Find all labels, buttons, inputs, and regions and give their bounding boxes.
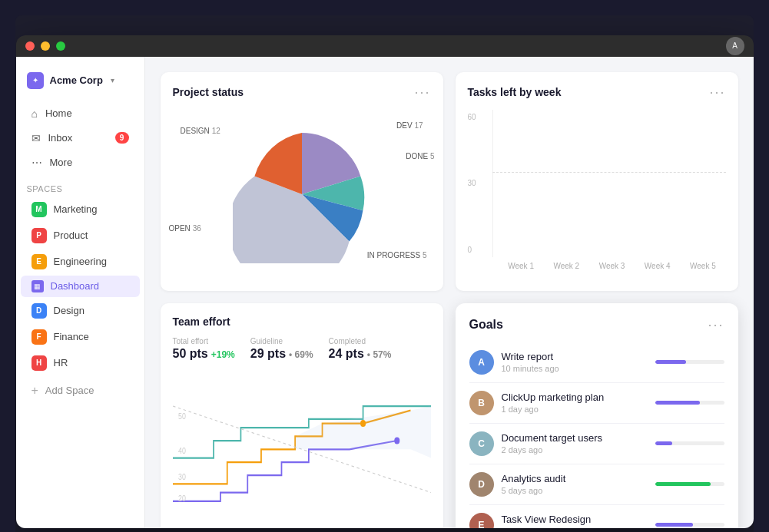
inbox-label: Inbox	[48, 132, 73, 144]
product-label: Product	[54, 230, 88, 241]
goal-time-2: 2 days ago	[502, 445, 648, 454]
workspace-icon: ✦	[27, 72, 44, 89]
sidebar-item-more[interactable]: ⋯ More	[21, 151, 140, 174]
total-effort-value: 50 pts	[173, 347, 208, 361]
dot-guideline	[360, 420, 366, 427]
add-space-button[interactable]: + Add Space	[21, 379, 140, 402]
tasks-menu[interactable]: ···	[709, 84, 725, 101]
marketing-label: Marketing	[54, 203, 98, 215]
total-effort-change: +19%	[211, 349, 235, 360]
goal-bar-1	[655, 401, 701, 405]
avatar-4: E	[469, 513, 494, 528]
sidebar-item-dashboard[interactable]: ▦ Dashboard	[21, 276, 140, 297]
pie-chart-svg	[233, 125, 371, 263]
goals-menu[interactable]: ···	[708, 317, 724, 333]
total-effort-stat: Total effort 50 pts +19%	[173, 337, 235, 361]
x-label-w5: Week 5	[680, 262, 725, 270]
chevron-down-icon: ▾	[111, 76, 114, 84]
guideline-value: 29 pts	[250, 347, 286, 361]
engineering-icon: E	[31, 254, 47, 269]
y-line-40: 40	[178, 445, 186, 454]
team-effort-card: Team effort Total effort 50 pts +19% Gui…	[161, 303, 443, 528]
sidebar-item-product[interactable]: P Product	[21, 223, 140, 248]
spaces-section-label: Spaces	[16, 175, 144, 197]
close-button[interactable]	[25, 41, 35, 51]
goal-progress-4	[655, 523, 724, 527]
sidebar-item-marketing[interactable]: M Marketing	[21, 197, 140, 222]
goal-progress-1	[655, 401, 724, 405]
goal-info-1: ClickUp marketing plan 1 day ago	[502, 392, 648, 414]
sidebar-item-home[interactable]: ⌂ Home	[21, 102, 140, 125]
y-axis: 0 30 60	[468, 110, 476, 257]
completed-value: 24 pts	[329, 347, 364, 361]
y-line-50: 50	[178, 411, 186, 420]
project-status-menu[interactable]: ···	[414, 84, 430, 101]
goal-item-1: B ClickUp marketing plan 1 day ago	[469, 383, 724, 424]
dashboard-icon: ▦	[31, 280, 44, 292]
y-line-30: 30	[178, 471, 186, 481]
inbox-badge: 9	[115, 132, 129, 144]
pie-label-open: OPEN 36	[169, 224, 201, 233]
sidebar-item-finance[interactable]: F Finance	[21, 325, 140, 349]
goal-info-4: Task View Redesign 14 days ago	[502, 514, 648, 528]
workspace-selector[interactable]: ✦ Acme Corp ▾	[16, 66, 144, 95]
pie-label-design: DESIGN 12	[181, 127, 220, 135]
inbox-icon: ✉	[31, 132, 41, 144]
y-label-0: 0	[468, 246, 476, 254]
goal-name-3: Analytics audit	[502, 473, 648, 484]
x-label-w2: Week 2	[544, 262, 589, 270]
avatar-3: D	[469, 472, 494, 497]
goal-item-2: C Document target users 2 days ago	[469, 424, 724, 464]
completed-stat: Completed 24 pts • 57%	[329, 337, 392, 361]
marketing-icon: M	[31, 202, 47, 217]
finance-icon: F	[31, 329, 47, 345]
hr-icon: H	[31, 355, 47, 371]
goal-name-1: ClickUp marketing plan	[502, 392, 648, 403]
goal-info-2: Document target users 2 days ago	[502, 432, 648, 454]
minimize-button[interactable]	[41, 41, 50, 51]
baseline-line	[492, 172, 726, 173]
goal-bar-2	[655, 441, 673, 445]
tasks-by-week-card: Tasks left by week ··· 0 30 60	[456, 72, 738, 291]
line-chart: 50 40 30 20	[173, 372, 431, 510]
maximize-button[interactable]	[56, 41, 65, 51]
goal-item-3: D Analytics audit 5 days ago	[469, 464, 724, 505]
goal-bar-3	[655, 482, 711, 486]
goal-progress-0	[655, 360, 724, 364]
home-icon: ⌂	[31, 107, 38, 120]
user-avatar[interactable]: A	[726, 37, 744, 55]
design-icon: D	[31, 303, 47, 319]
workspace-name: Acme Corp	[50, 74, 103, 86]
y-label-30: 30	[468, 179, 476, 187]
main-content: Project status ···	[145, 57, 754, 528]
more-icon: ⋯	[31, 157, 42, 169]
dot-completed	[394, 437, 399, 444]
hr-label: HR	[54, 357, 68, 368]
sidebar-item-engineering[interactable]: E Engineering	[21, 249, 140, 274]
pie-label-done: DONE 5	[406, 152, 434, 160]
goals-title: Goals	[469, 318, 503, 332]
sidebar-item-design[interactable]: D Design	[21, 299, 140, 323]
guideline-label: Guideline	[250, 337, 313, 345]
avatar-2: C	[469, 431, 494, 456]
total-effort-label: Total effort	[173, 337, 235, 345]
goal-progress-3	[655, 482, 724, 486]
goal-name-0: Write report	[502, 351, 648, 362]
product-icon: P	[31, 228, 47, 243]
goals-card: Goals ··· A Write report 10 minutes ago	[456, 303, 738, 528]
sidebar-item-inbox[interactable]: ✉ Inbox 9	[21, 127, 140, 150]
goal-time-0: 10 minutes ago	[502, 364, 648, 373]
avatar-0: A	[469, 350, 494, 375]
project-status-card: Project status ···	[161, 72, 443, 291]
y-line-20: 20	[178, 493, 186, 502]
goal-info-0: Write report 10 minutes ago	[502, 351, 648, 373]
line-chart-svg: 50 40 30 20	[173, 372, 431, 510]
y-label-60: 60	[468, 113, 476, 121]
guideline-stat: Guideline 29 pts • 69%	[250, 337, 313, 361]
pie-chart: DEV 17 DONE 5 IN PROGRESS 5 OPEN 36 DESI…	[173, 110, 431, 279]
goal-time-4: 14 days ago	[502, 527, 648, 528]
sidebar-item-hr[interactable]: H HR	[21, 351, 140, 375]
avatar-1: B	[469, 391, 494, 415]
guideline-change: • 69%	[289, 349, 313, 360]
tasks-title: Tasks left by week	[468, 86, 562, 98]
